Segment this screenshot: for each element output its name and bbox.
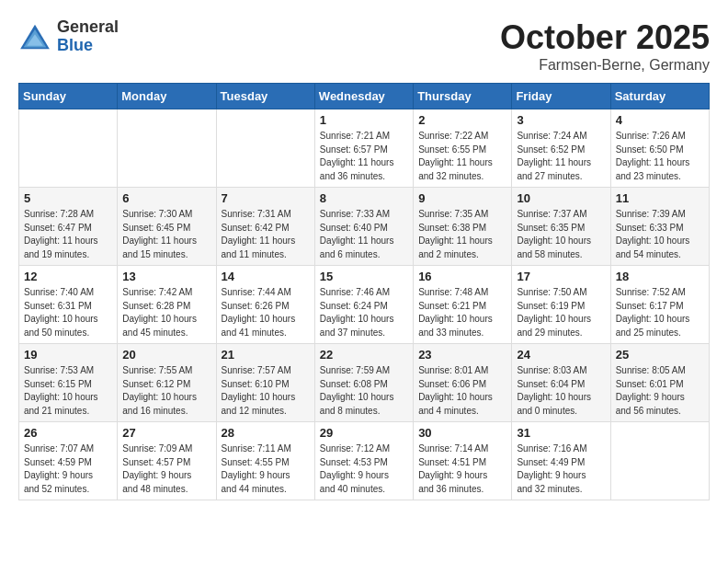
calendar-cell: 16Sunrise: 7:48 AM Sunset: 6:21 PM Dayli… — [414, 266, 512, 344]
calendar-cell: 24Sunrise: 8:03 AM Sunset: 6:04 PM Dayli… — [512, 344, 610, 422]
day-info: Sunrise: 7:50 AM Sunset: 6:19 PM Dayligh… — [517, 286, 605, 339]
day-number: 15 — [320, 270, 408, 283]
day-info: Sunrise: 7:31 AM Sunset: 6:42 PM Dayligh… — [222, 208, 310, 261]
day-info: Sunrise: 7:09 AM Sunset: 4:57 PM Dayligh… — [122, 442, 210, 496]
calendar-cell: 5Sunrise: 7:28 AM Sunset: 6:47 PM Daylig… — [19, 188, 118, 266]
calendar-cell: 22Sunrise: 7:59 AM Sunset: 6:08 PM Dayli… — [314, 344, 413, 422]
week-row-2: 5Sunrise: 7:28 AM Sunset: 6:47 PM Daylig… — [19, 188, 710, 266]
day-info: Sunrise: 7:22 AM Sunset: 6:55 PM Dayligh… — [418, 130, 506, 183]
calendar-cell: 19Sunrise: 7:53 AM Sunset: 6:15 PM Dayli… — [19, 344, 118, 422]
day-number: 18 — [616, 270, 704, 283]
day-number: 19 — [24, 348, 112, 362]
calendar-cell: 31Sunrise: 7:16 AM Sunset: 4:49 PM Dayli… — [512, 422, 610, 500]
day-info: Sunrise: 7:46 AM Sunset: 6:24 PM Dayligh… — [320, 286, 408, 339]
calendar-cell — [610, 422, 709, 500]
day-info: Sunrise: 7:57 AM Sunset: 6:10 PM Dayligh… — [222, 364, 310, 418]
day-number: 4 — [616, 113, 704, 127]
day-number: 3 — [517, 113, 605, 127]
day-number: 12 — [24, 270, 112, 283]
day-number: 5 — [24, 191, 112, 205]
day-info: Sunrise: 7:44 AM Sunset: 6:26 PM Dayligh… — [222, 286, 310, 339]
logo-icon — [18, 23, 51, 51]
day-info: Sunrise: 7:59 AM Sunset: 6:08 PM Dayligh… — [320, 364, 408, 418]
calendar-cell: 28Sunrise: 7:11 AM Sunset: 4:55 PM Dayli… — [216, 422, 314, 500]
day-number: 7 — [222, 191, 310, 205]
day-number: 1 — [320, 113, 408, 127]
calendar-cell: 10Sunrise: 7:37 AM Sunset: 6:35 PM Dayli… — [512, 188, 610, 266]
day-info: Sunrise: 7:39 AM Sunset: 6:33 PM Dayligh… — [616, 208, 704, 261]
week-row-3: 12Sunrise: 7:40 AM Sunset: 6:31 PM Dayli… — [19, 266, 710, 344]
day-info: Sunrise: 7:07 AM Sunset: 4:59 PM Dayligh… — [24, 442, 112, 496]
day-info: Sunrise: 7:14 AM Sunset: 4:51 PM Dayligh… — [418, 442, 506, 496]
day-number: 17 — [517, 270, 605, 283]
day-info: Sunrise: 8:05 AM Sunset: 6:01 PM Dayligh… — [616, 364, 704, 418]
day-number: 22 — [320, 348, 408, 362]
calendar-cell: 27Sunrise: 7:09 AM Sunset: 4:57 PM Dayli… — [118, 422, 216, 500]
calendar-cell: 30Sunrise: 7:14 AM Sunset: 4:51 PM Dayli… — [414, 422, 512, 500]
page-header: General Blue October 2025 Farmsen-Berne,… — [18, 18, 710, 74]
calendar-cell: 20Sunrise: 7:55 AM Sunset: 6:12 PM Dayli… — [118, 344, 216, 422]
calendar-cell: 1Sunrise: 7:21 AM Sunset: 6:57 PM Daylig… — [314, 109, 413, 188]
day-info: Sunrise: 7:11 AM Sunset: 4:55 PM Dayligh… — [222, 442, 310, 496]
calendar-cell: 8Sunrise: 7:33 AM Sunset: 6:40 PM Daylig… — [314, 188, 413, 266]
day-info: Sunrise: 8:01 AM Sunset: 6:06 PM Dayligh… — [418, 364, 506, 418]
logo-general-text: General — [57, 18, 119, 37]
weekday-header-thursday: Thursday — [414, 84, 512, 109]
day-number: 10 — [517, 191, 605, 205]
weekday-header-tuesday: Tuesday — [216, 84, 314, 109]
calendar-cell — [118, 109, 216, 188]
day-info: Sunrise: 7:53 AM Sunset: 6:15 PM Dayligh… — [24, 364, 112, 418]
day-number: 29 — [320, 426, 408, 440]
day-info: Sunrise: 7:16 AM Sunset: 4:49 PM Dayligh… — [517, 442, 605, 496]
week-row-4: 19Sunrise: 7:53 AM Sunset: 6:15 PM Dayli… — [19, 344, 710, 422]
day-number: 27 — [122, 426, 210, 440]
day-info: Sunrise: 7:26 AM Sunset: 6:50 PM Dayligh… — [616, 130, 704, 183]
day-number: 13 — [122, 270, 210, 283]
calendar-cell — [19, 109, 118, 188]
day-info: Sunrise: 7:12 AM Sunset: 4:53 PM Dayligh… — [320, 442, 408, 496]
calendar-cell: 12Sunrise: 7:40 AM Sunset: 6:31 PM Dayli… — [19, 266, 118, 344]
week-row-5: 26Sunrise: 7:07 AM Sunset: 4:59 PM Dayli… — [19, 422, 710, 500]
logo-blue-text: Blue — [57, 37, 119, 55]
weekday-header-row: SundayMondayTuesdayWednesdayThursdayFrid… — [19, 84, 710, 109]
logo-text: General Blue — [57, 18, 119, 55]
day-info: Sunrise: 7:55 AM Sunset: 6:12 PM Dayligh… — [122, 364, 210, 418]
day-info: Sunrise: 7:48 AM Sunset: 6:21 PM Dayligh… — [418, 286, 506, 339]
calendar-cell: 9Sunrise: 7:35 AM Sunset: 6:38 PM Daylig… — [414, 188, 512, 266]
calendar-cell: 7Sunrise: 7:31 AM Sunset: 6:42 PM Daylig… — [216, 188, 314, 266]
day-info: Sunrise: 7:40 AM Sunset: 6:31 PM Dayligh… — [24, 286, 112, 339]
day-number: 24 — [517, 348, 605, 362]
day-info: Sunrise: 7:28 AM Sunset: 6:47 PM Dayligh… — [24, 208, 112, 261]
day-number: 11 — [616, 191, 704, 205]
logo: General Blue — [18, 18, 119, 55]
day-number: 21 — [222, 348, 310, 362]
weekday-header-sunday: Sunday — [19, 84, 118, 109]
day-number: 25 — [616, 348, 704, 362]
week-row-1: 1Sunrise: 7:21 AM Sunset: 6:57 PM Daylig… — [19, 109, 710, 188]
calendar-cell — [216, 109, 314, 188]
day-info: Sunrise: 8:03 AM Sunset: 6:04 PM Dayligh… — [517, 364, 605, 418]
day-info: Sunrise: 7:33 AM Sunset: 6:40 PM Dayligh… — [320, 208, 408, 261]
day-info: Sunrise: 7:24 AM Sunset: 6:52 PM Dayligh… — [517, 130, 605, 183]
calendar-cell: 23Sunrise: 8:01 AM Sunset: 6:06 PM Dayli… — [414, 344, 512, 422]
day-info: Sunrise: 7:30 AM Sunset: 6:45 PM Dayligh… — [122, 208, 210, 261]
calendar-cell: 13Sunrise: 7:42 AM Sunset: 6:28 PM Dayli… — [118, 266, 216, 344]
calendar-cell: 14Sunrise: 7:44 AM Sunset: 6:26 PM Dayli… — [216, 266, 314, 344]
calendar-cell: 26Sunrise: 7:07 AM Sunset: 4:59 PM Dayli… — [19, 422, 118, 500]
day-info: Sunrise: 7:21 AM Sunset: 6:57 PM Dayligh… — [320, 130, 408, 183]
calendar-cell: 6Sunrise: 7:30 AM Sunset: 6:45 PM Daylig… — [118, 188, 216, 266]
calendar-cell: 21Sunrise: 7:57 AM Sunset: 6:10 PM Dayli… — [216, 344, 314, 422]
weekday-header-saturday: Saturday — [610, 84, 709, 109]
day-number: 6 — [122, 191, 210, 205]
location: Farmsen-Berne, Germany — [500, 57, 710, 74]
month-title: October 2025 — [500, 18, 710, 57]
day-number: 26 — [24, 426, 112, 440]
calendar-cell: 25Sunrise: 8:05 AM Sunset: 6:01 PM Dayli… — [610, 344, 709, 422]
day-info: Sunrise: 7:52 AM Sunset: 6:17 PM Dayligh… — [616, 286, 704, 339]
day-number: 2 — [418, 113, 506, 127]
weekday-header-wednesday: Wednesday — [314, 84, 413, 109]
day-number: 30 — [418, 426, 506, 440]
title-block: October 2025 Farmsen-Berne, Germany — [500, 18, 710, 74]
calendar-cell: 18Sunrise: 7:52 AM Sunset: 6:17 PM Dayli… — [610, 266, 709, 344]
weekday-header-monday: Monday — [118, 84, 216, 109]
